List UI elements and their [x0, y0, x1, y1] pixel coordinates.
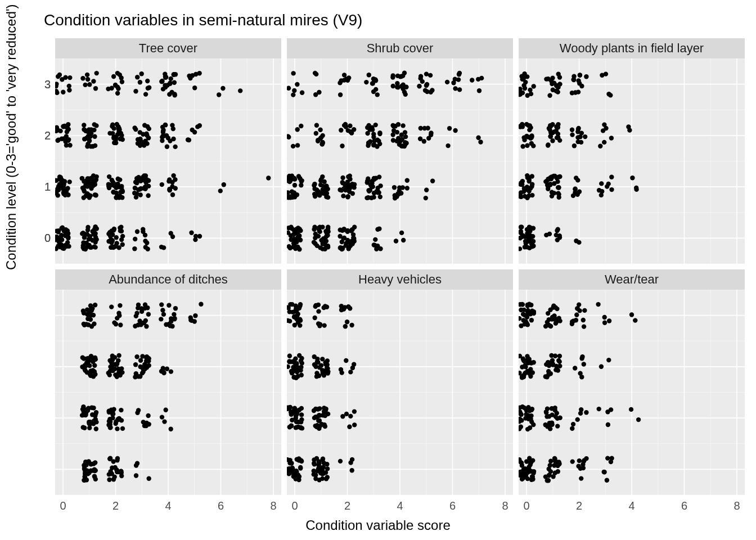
- svg-point-1760: [341, 307, 346, 311]
- svg-point-1943: [525, 354, 529, 358]
- svg-point-1033: [577, 190, 582, 194]
- svg-point-747: [295, 127, 300, 132]
- svg-point-856: [367, 73, 371, 77]
- svg-point-670: [312, 187, 317, 191]
- svg-point-894: [453, 86, 457, 91]
- svg-point-1147: [554, 89, 559, 93]
- svg-point-467: [163, 85, 168, 89]
- svg-point-271: [160, 182, 164, 187]
- svg-point-1799: [527, 456, 532, 461]
- svg-point-905: [479, 76, 484, 80]
- svg-point-167: [61, 191, 66, 196]
- svg-point-1143: [550, 76, 555, 80]
- svg-point-1065: [528, 123, 532, 128]
- svg-point-1410: [169, 369, 173, 374]
- svg-point-1527: [294, 469, 299, 474]
- svg-point-1403: [143, 367, 147, 371]
- svg-point-619: [287, 190, 290, 195]
- svg-point-1810: [529, 478, 534, 482]
- svg-point-819: [403, 140, 407, 145]
- svg-point-1340: [93, 372, 97, 376]
- svg-point-1999: [519, 308, 523, 312]
- svg-point-738: [405, 178, 410, 183]
- svg-point-281: [170, 180, 174, 184]
- svg-point-189: [82, 195, 86, 200]
- svg-point-1311: [146, 413, 150, 418]
- svg-point-1444: [133, 324, 137, 328]
- plot-panel: [55, 290, 281, 495]
- svg-point-1350: [88, 372, 92, 376]
- svg-point-1212: [83, 472, 87, 476]
- svg-point-560: [316, 226, 321, 230]
- svg-point-439: [143, 92, 148, 96]
- svg-point-841: [287, 86, 291, 91]
- svg-point-398: [161, 130, 165, 134]
- svg-point-358: [119, 131, 123, 136]
- svg-point-1446: [146, 312, 151, 317]
- svg-point-633: [296, 174, 301, 178]
- svg-point-996: [520, 182, 524, 187]
- svg-point-824: [426, 136, 431, 141]
- svg-point-528: [294, 240, 299, 244]
- svg-point-2023: [552, 317, 557, 322]
- svg-point-1459: [134, 311, 139, 316]
- svg-point-200: [85, 184, 89, 188]
- svg-point-820: [390, 123, 395, 128]
- svg-point-875: [399, 74, 404, 79]
- svg-point-1906: [570, 426, 574, 431]
- svg-point-168: [61, 183, 66, 188]
- svg-point-135: [189, 231, 194, 235]
- svg-point-1101: [572, 143, 577, 148]
- svg-point-203: [82, 189, 87, 194]
- svg-point-169: [57, 174, 62, 179]
- svg-point-1666: [297, 353, 302, 358]
- svg-point-1473: [173, 306, 178, 310]
- svg-point-1206: [91, 461, 96, 466]
- svg-point-1098: [570, 132, 574, 137]
- svg-point-950: [519, 246, 522, 251]
- svg-point-1428: [91, 313, 96, 317]
- svg-point-1915: [629, 407, 633, 412]
- svg-point-125: [132, 246, 137, 251]
- svg-point-1042: [606, 182, 611, 186]
- svg-point-748: [291, 144, 295, 148]
- svg-point-381: [142, 141, 146, 145]
- svg-point-1576: [299, 412, 304, 417]
- svg-point-881: [395, 85, 399, 89]
- svg-point-1456: [140, 309, 144, 314]
- svg-point-1471: [159, 302, 164, 307]
- svg-point-734: [392, 185, 397, 190]
- svg-point-1803: [528, 462, 533, 467]
- svg-point-1483: [192, 319, 197, 323]
- svg-point-75: [94, 237, 99, 242]
- svg-point-1633: [323, 413, 327, 418]
- svg-point-840: [300, 91, 304, 95]
- svg-point-48: [56, 228, 61, 233]
- svg-point-742: [424, 188, 429, 192]
- x-tick-labels: 02468: [519, 497, 745, 514]
- svg-point-784: [377, 130, 382, 135]
- svg-point-1670: [294, 361, 299, 366]
- svg-point-985: [529, 184, 534, 188]
- svg-point-839: [291, 92, 295, 97]
- svg-point-1441: [114, 322, 118, 326]
- svg-point-424: [94, 71, 99, 75]
- svg-point-1900: [544, 410, 548, 414]
- svg-point-729: [365, 178, 370, 183]
- svg-point-475: [217, 92, 221, 97]
- svg-point-611: [401, 238, 406, 242]
- facet-strip-label: Heavy vehicles: [287, 269, 513, 290]
- svg-point-1570: [348, 460, 353, 465]
- svg-point-307: [66, 127, 70, 132]
- x-tick: 6: [218, 500, 224, 512]
- svg-point-1871: [529, 408, 533, 412]
- svg-point-892: [424, 71, 429, 76]
- svg-point-1430: [81, 309, 86, 313]
- svg-point-526: [295, 229, 300, 233]
- svg-point-845: [313, 71, 317, 75]
- svg-point-754: [314, 131, 318, 136]
- svg-point-1567: [338, 459, 343, 464]
- svg-point-1091: [556, 125, 560, 129]
- svg-point-468: [163, 71, 167, 76]
- svg-point-359: [120, 137, 125, 142]
